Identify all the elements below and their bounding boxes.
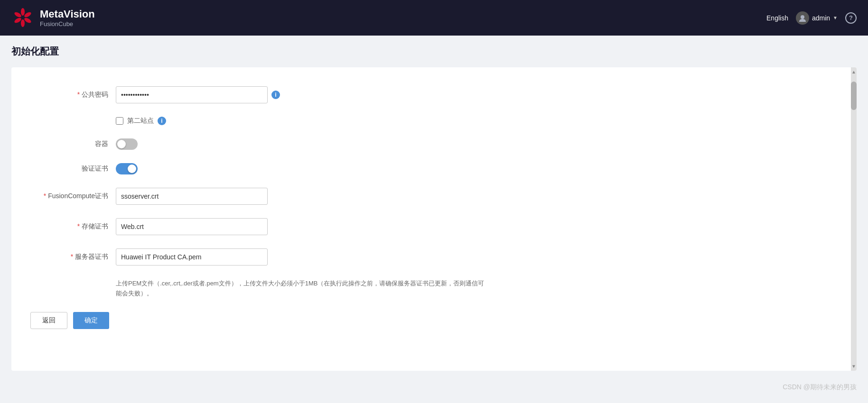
huawei-logo-icon bbox=[11, 8, 34, 27]
app-name: MetaVision bbox=[40, 8, 95, 20]
header-right-area: English admin ▼ ? bbox=[766, 11, 857, 25]
svg-point-6 bbox=[801, 15, 804, 19]
back-button[interactable]: 返回 bbox=[30, 312, 67, 329]
main-card: 公共密码 i 第二站点 i 容器 bbox=[11, 67, 857, 371]
second-site-row: 第二站点 i bbox=[116, 117, 828, 125]
language-selector[interactable]: English bbox=[766, 14, 788, 22]
container-toggle-track bbox=[116, 138, 138, 150]
user-menu[interactable]: admin ▼ bbox=[796, 11, 838, 25]
init-config-form: 公共密码 i 第二站点 i 容器 bbox=[30, 86, 828, 299]
fusion-compute-cert-control bbox=[116, 188, 268, 205]
svg-point-3 bbox=[21, 19, 25, 27]
scrollbar-thumb[interactable] bbox=[851, 82, 857, 110]
fusion-compute-cert-label: FusionCompute证书 bbox=[30, 192, 116, 201]
container-toggle-thumb bbox=[117, 140, 126, 148]
cert-verify-label: 验证证书 bbox=[30, 165, 116, 173]
scrollbar[interactable]: ▲ ▼ bbox=[851, 67, 857, 371]
server-cert-input[interactable] bbox=[116, 248, 268, 266]
server-cert-row: 服务器证书 bbox=[30, 248, 828, 266]
second-site-checkbox[interactable] bbox=[116, 117, 123, 125]
container-label: 容器 bbox=[30, 140, 116, 148]
help-icon[interactable]: ? bbox=[845, 12, 857, 24]
scrollbar-arrow-up-icon[interactable]: ▲ bbox=[851, 69, 856, 74]
server-cert-label: 服务器证书 bbox=[30, 253, 116, 261]
public-password-input[interactable] bbox=[116, 86, 268, 103]
cert-verify-toggle-track bbox=[116, 163, 138, 174]
storage-cert-input[interactable] bbox=[116, 218, 268, 235]
svg-point-4 bbox=[14, 17, 22, 24]
public-password-info-icon[interactable]: i bbox=[271, 91, 280, 99]
storage-cert-control bbox=[116, 218, 268, 235]
container-toggle-wrap bbox=[116, 138, 138, 150]
user-avatar-icon bbox=[796, 11, 809, 25]
username-label: admin bbox=[812, 14, 830, 22]
logo-area: MetaVision FusionCube bbox=[11, 8, 95, 27]
public-password-label: 公共密码 bbox=[30, 91, 116, 99]
public-password-control: i bbox=[116, 86, 280, 103]
container-row: 容器 bbox=[30, 138, 828, 150]
confirm-button[interactable]: 确定 bbox=[73, 312, 109, 329]
app-title-block: MetaVision FusionCube bbox=[40, 8, 95, 27]
app-header: MetaVision FusionCube English admin ▼ ? bbox=[0, 0, 868, 36]
container-toggle[interactable] bbox=[116, 138, 138, 150]
server-cert-control bbox=[116, 248, 268, 266]
page-title: 初始化配置 bbox=[11, 45, 857, 58]
cert-verify-row: 验证证书 bbox=[30, 163, 828, 174]
cert-verify-toggle-wrap bbox=[116, 163, 138, 174]
cert-upload-note: 上传PEM文件（.cer,.crt,.der或者.pem文件），上传文件大小必须… bbox=[116, 279, 486, 299]
second-site-label: 第二站点 bbox=[127, 117, 154, 125]
fusion-compute-cert-input[interactable] bbox=[116, 188, 268, 205]
app-subtitle: FusionCube bbox=[40, 20, 95, 27]
page-container: 初始化配置 公共密码 i 第二站点 i 容器 bbox=[0, 36, 868, 380]
watermark: CSDN @期待未来的男孩 bbox=[783, 383, 857, 392]
storage-cert-label: 存储证书 bbox=[30, 222, 116, 231]
cert-verify-toggle[interactable] bbox=[116, 163, 138, 174]
second-site-info-icon[interactable]: i bbox=[158, 117, 166, 125]
public-password-row: 公共密码 i bbox=[30, 86, 828, 103]
form-footer: 返回 确定 bbox=[30, 312, 828, 329]
svg-point-5 bbox=[14, 11, 22, 18]
svg-point-2 bbox=[23, 17, 32, 24]
scrollbar-arrow-down-icon[interactable]: ▼ bbox=[851, 364, 856, 369]
fusion-compute-cert-row: FusionCompute证书 bbox=[30, 188, 828, 205]
storage-cert-row: 存储证书 bbox=[30, 218, 828, 235]
svg-point-0 bbox=[21, 8, 25, 16]
user-dropdown-icon: ▼ bbox=[833, 15, 838, 20]
cert-verify-toggle-thumb bbox=[128, 165, 136, 173]
svg-point-1 bbox=[23, 11, 32, 18]
